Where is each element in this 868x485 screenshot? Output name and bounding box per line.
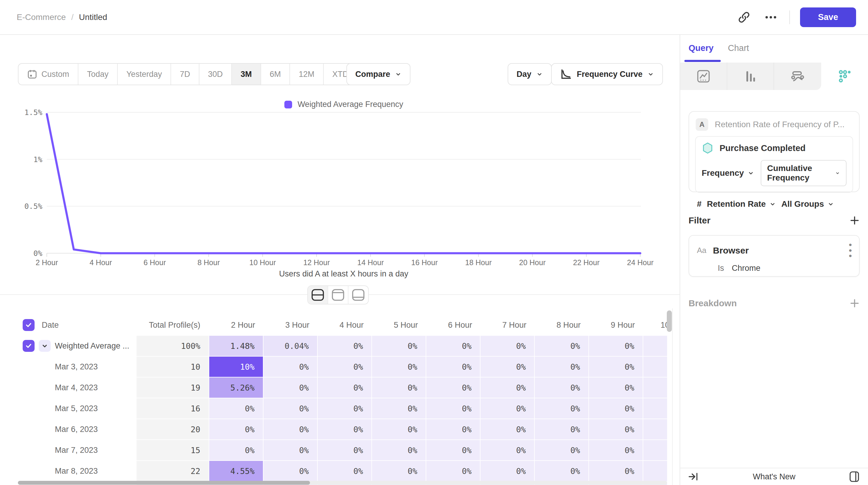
breadcrumb-report-title[interactable]: Untitled: [79, 12, 107, 22]
series-title[interactable]: Retention Rate of Frequency of P...: [715, 120, 844, 129]
add-breakdown-icon[interactable]: [849, 298, 860, 308]
column-header-total[interactable]: Total Profile(s): [136, 315, 209, 335]
table-row[interactable]: Mar 7, 2023150%0%0%0%0%0%0%0%: [18, 440, 667, 460]
event-card[interactable]: Purchase Completed Frequency Cumulative …: [695, 136, 853, 193]
event-hexagon-icon: [702, 142, 714, 154]
column-header-hour[interactable]: 5 Hour: [372, 315, 426, 335]
range-30d[interactable]: 30D: [199, 64, 232, 85]
chart-type-frequency-dots[interactable]: [821, 63, 868, 90]
column-header-hour[interactable]: 2 Hour: [209, 315, 264, 335]
range-yesterday[interactable]: Yesterday: [118, 64, 171, 85]
filter-operator[interactable]: Is: [718, 264, 724, 273]
row-label: Weighted Average ...: [55, 342, 129, 351]
layout-table-only-view[interactable]: [348, 286, 368, 304]
table-row[interactable]: Mar 6, 2023200%0%0%0%0%0%0%0%: [18, 419, 667, 440]
range-6m[interactable]: 6M: [261, 64, 290, 85]
app-root: E-Commerce / Untitled Save CustomTodayYe…: [0, 0, 868, 485]
cell-value: 0%: [353, 404, 363, 413]
split-panel-icon[interactable]: [848, 471, 860, 483]
row-checkbox[interactable]: [23, 340, 35, 352]
column-header-hour[interactable]: 4 Hour: [318, 315, 372, 335]
tab-query[interactable]: Query: [688, 43, 714, 53]
column-header-hour[interactable]: 9 Hour: [589, 315, 643, 335]
cumulative-frequency-dropdown[interactable]: Cumulative Frequency: [761, 160, 846, 186]
metric-dropdown[interactable]: Retention Rate: [707, 199, 776, 209]
aggregation-row: # Retention Rate All Groups: [689, 193, 859, 209]
chart-type-bar-chart[interactable]: [727, 63, 774, 90]
cell-value: 0%: [516, 425, 526, 434]
groups-dropdown[interactable]: All Groups: [781, 199, 834, 209]
breakdown-heading: Breakdown: [688, 298, 737, 308]
event-name[interactable]: Purchase Completed: [719, 143, 805, 153]
more-options-icon[interactable]: [763, 9, 779, 26]
table-row[interactable]: Weighted Average ...100%1.48%0.04%0%0%0%…: [18, 336, 667, 356]
breadcrumb-project[interactable]: E-Commerce: [17, 12, 66, 22]
layout-split-view[interactable]: [308, 286, 328, 304]
date-range-segmented-control: CustomTodayYesterday7D30D3M6M12MXTD: [18, 63, 368, 85]
save-button[interactable]: Save: [800, 7, 856, 27]
range-custom[interactable]: Custom: [19, 64, 79, 85]
chart-type-line-chart[interactable]: [680, 63, 727, 90]
tab-chart[interactable]: Chart: [728, 43, 749, 53]
select-all-checkbox[interactable]: [23, 319, 35, 331]
range-today[interactable]: Today: [79, 64, 118, 85]
chart-type-flows[interactable]: [774, 63, 821, 90]
filter-kebab-icon[interactable]: •••: [848, 242, 852, 259]
cell-value: 0%: [624, 466, 634, 476]
column-header-label: 4 Hour: [340, 321, 364, 330]
cell-value: 0%: [353, 466, 363, 476]
chart-style-button[interactable]: Frequency Curve: [551, 63, 663, 85]
granularity-button[interactable]: Day: [507, 63, 552, 85]
column-header-hour[interactable]: 10 Hour: [643, 315, 667, 335]
row-total-value: 100%: [181, 342, 200, 351]
collapse-panel-icon[interactable]: [687, 471, 699, 483]
cell-value: 0%: [245, 425, 254, 434]
range-12m[interactable]: 12M: [290, 64, 324, 85]
row-hour-cell: 0%: [264, 378, 318, 398]
compare-button[interactable]: Compare: [346, 63, 410, 85]
range-7d[interactable]: 7D: [171, 64, 199, 85]
copy-link-icon[interactable]: [736, 9, 752, 26]
filter-property[interactable]: Browser: [713, 246, 842, 256]
table-row[interactable]: Mar 3, 20231010%0%0%0%0%0%0%0%: [18, 357, 667, 377]
row-total-cell: 22: [136, 461, 209, 481]
row-label-cell: Mar 7, 2023: [18, 440, 136, 460]
filter-card[interactable]: Aa Browser ••• Is Chrome: [688, 235, 860, 277]
row-expander[interactable]: [39, 340, 51, 352]
range-label: 3M: [241, 70, 252, 79]
row-hour-cell: [643, 398, 667, 419]
range-3m[interactable]: 3M: [232, 64, 261, 85]
row-total-value: 16: [190, 404, 200, 413]
split-view-icon: [311, 289, 324, 301]
column-header-hour[interactable]: 7 Hour: [480, 315, 535, 335]
table-row[interactable]: Mar 4, 2023195.26%0%0%0%0%0%0%0%: [18, 378, 667, 398]
whats-new-link[interactable]: What's New: [680, 472, 868, 481]
layout-chart-only-view[interactable]: [328, 286, 348, 304]
row-hour-cell: 0%: [480, 419, 535, 440]
table-row[interactable]: Mar 5, 2023160%0%0%0%0%0%0%0%: [18, 398, 667, 419]
vertical-scrollbar[interactable]: [667, 311, 672, 332]
add-filter-icon[interactable]: [849, 216, 860, 226]
column-header-label: 2 Hour: [231, 321, 255, 330]
horizontal-scrollbar[interactable]: [18, 481, 310, 485]
bar-chart-icon: [743, 69, 757, 84]
column-header-hour[interactable]: 6 Hour: [426, 315, 480, 335]
granularity-label: Day: [517, 70, 531, 79]
filter-heading: Filter: [688, 216, 710, 226]
number-type-icon: #: [697, 199, 702, 209]
cell-value: 0%: [407, 404, 417, 413]
cell-value: 0%: [462, 466, 471, 476]
check-icon: [25, 321, 32, 329]
table-row[interactable]: Mar 8, 2023224.55%0%0%0%0%0%0%0%: [18, 461, 667, 481]
column-header-hour[interactable]: 8 Hour: [535, 315, 589, 335]
chevron-down-icon: [536, 71, 543, 77]
svg-text:2 Hour: 2 Hour: [35, 258, 58, 267]
column-header-hour[interactable]: 3 Hour: [264, 315, 318, 335]
filter-value[interactable]: Chrome: [732, 264, 761, 273]
chevron-down-icon: [647, 71, 654, 77]
breadcrumb-separator: /: [71, 12, 73, 22]
chart-legend[interactable]: Weighted Average Frequency: [47, 100, 641, 109]
chevron-down-icon: [769, 201, 776, 207]
column-header-date[interactable]: Date: [42, 321, 59, 330]
frequency-dropdown[interactable]: Frequency: [702, 168, 754, 178]
